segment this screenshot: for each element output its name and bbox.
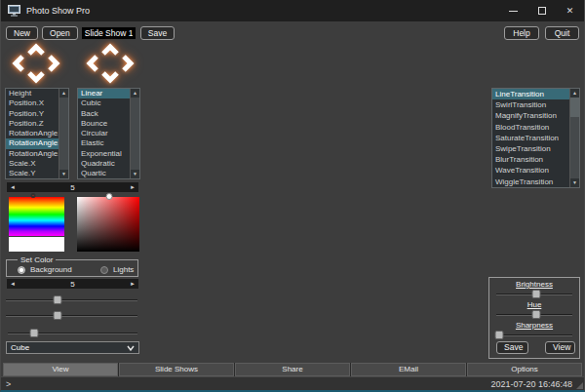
chevron-down-icon	[127, 345, 135, 351]
easing-list-item[interactable]: Bounce	[78, 119, 130, 129]
tab[interactable]: View	[3, 363, 118, 376]
shape-dropdown-value: Cube	[11, 343, 29, 352]
brightness-slider[interactable]	[496, 290, 572, 298]
hue-slider[interactable]	[496, 310, 572, 319]
property-list-item[interactable]: RotationAngle.Z	[6, 149, 58, 159]
speed-scrollbar-bottom[interactable]: ◄ 5 ►	[6, 278, 139, 290]
easing-listbox[interactable]: LinearCubicBackBounceCircularElasticExpo…	[77, 88, 140, 179]
slider-handle[interactable]	[29, 329, 38, 337]
status-prompt: >	[6, 379, 11, 389]
transition-list-item[interactable]: LineTransition	[492, 89, 569, 99]
close-icon: ✕	[566, 7, 574, 16]
light-pan-pad[interactable]	[86, 43, 135, 84]
properties-scrollbar[interactable]: ▲ ▼	[58, 89, 68, 178]
panel-view-button[interactable]: View	[545, 341, 575, 354]
scroll-left-icon[interactable]: ◄	[7, 184, 19, 190]
bottom-tabbar: ViewSlide ShowsShareEMailOptions	[3, 363, 582, 376]
radio-background[interactable]: Background	[18, 265, 72, 274]
property-list-item[interactable]: Scale.X	[6, 159, 58, 169]
property-list-item[interactable]: Scale.Y	[6, 169, 58, 178]
tab[interactable]: Slide Shows	[119, 363, 234, 376]
close-button[interactable]: ✕	[556, 0, 584, 21]
minimize-button[interactable]	[499, 0, 527, 21]
scroll-up-icon[interactable]: ▲	[570, 89, 579, 98]
property-list-item[interactable]: RotationAngle.X	[6, 129, 58, 138]
easing-list-item[interactable]: Quadratic	[78, 159, 130, 169]
speed-value-top: 5	[19, 183, 127, 192]
scroll-right-icon[interactable]: ►	[127, 281, 138, 287]
help-button[interactable]: Help	[504, 26, 539, 40]
property-list-item[interactable]: Position.Y	[6, 109, 58, 119]
property-list-item[interactable]: Position.X	[6, 98, 58, 108]
arrow-left-icon[interactable]	[90, 57, 97, 70]
transition-list-item[interactable]: BlurTransition	[492, 154, 569, 165]
shape-dropdown[interactable]: Cube	[6, 341, 139, 354]
scroll-right-icon[interactable]: ►	[127, 184, 138, 190]
resize-grip-icon[interactable]	[576, 382, 583, 389]
arrow-down-icon[interactable]	[29, 73, 43, 80]
slider-handle[interactable]	[495, 331, 504, 339]
tab[interactable]: Share	[235, 363, 350, 376]
transition-list-item[interactable]: WaveTransition	[492, 165, 569, 176]
sharpness-slider[interactable]	[496, 331, 572, 339]
adjust-slider-1[interactable]	[6, 295, 137, 304]
easing-list-item[interactable]: Back	[78, 109, 130, 119]
adjust-slider-2[interactable]	[6, 311, 137, 320]
slider-handle[interactable]	[53, 295, 61, 304]
easing-list-item[interactable]: Circular	[78, 129, 130, 138]
hue-handle[interactable]	[31, 193, 36, 198]
maximize-icon	[538, 7, 546, 15]
scroll-down-icon[interactable]: ▼	[570, 178, 579, 187]
panel-save-button[interactable]: Save	[496, 341, 528, 354]
arrow-right-icon[interactable]	[124, 57, 131, 70]
property-list-item[interactable]: Height	[6, 89, 58, 98]
camera-pan-pad[interactable]	[12, 43, 60, 84]
arrow-up-icon[interactable]	[103, 47, 117, 54]
easing-list-item[interactable]: Cubic	[78, 98, 130, 108]
transition-list-item[interactable]: BloodTransition	[492, 122, 569, 133]
easing-list-item[interactable]: Exponential	[78, 149, 130, 159]
slider-handle[interactable]	[53, 311, 61, 320]
saturation-handle[interactable]	[106, 193, 113, 200]
open-button[interactable]: Open	[42, 26, 78, 40]
transitions-scrollbar[interactable]: ▲ ▼	[569, 89, 579, 187]
easing-list-item[interactable]: Quartic	[78, 169, 130, 178]
transitions-listbox[interactable]: LineTransitionSwirlTransitionMagnifyTran…	[491, 88, 580, 188]
arrow-down-icon[interactable]	[103, 73, 117, 80]
transition-list-item[interactable]: SaturateTransition	[492, 133, 569, 143]
property-list-item[interactable]: Position.Z	[6, 119, 58, 129]
transition-list-item[interactable]: WiggleTransition	[492, 176, 569, 187]
tab[interactable]: EMail	[351, 363, 466, 376]
titlebar[interactable]: Photo Show Pro ✕	[1, 0, 584, 21]
radio-lights[interactable]: Lights	[100, 265, 134, 274]
scroll-left-icon[interactable]: ◄	[7, 281, 19, 287]
arrow-right-icon[interactable]	[50, 57, 57, 70]
adjust-slider-3[interactable]	[8, 329, 137, 337]
slideshow-name-input[interactable]	[81, 26, 136, 40]
tab[interactable]: Options	[467, 363, 582, 376]
speed-scrollbar-top[interactable]: ◄ 5 ►	[6, 181, 139, 193]
transition-list-item[interactable]: SwirlTransition	[492, 99, 569, 110]
scroll-down-icon[interactable]: ▼	[59, 170, 68, 178]
scroll-down-icon[interactable]: ▼	[131, 170, 139, 178]
scrollbar-thumb[interactable]	[570, 98, 579, 117]
easing-scrollbar[interactable]: ▲ ▼	[130, 89, 139, 178]
properties-listbox[interactable]: HeightPosition.XPosition.YPosition.ZRota…	[5, 88, 69, 179]
saturation-value-picker[interactable]	[77, 197, 139, 252]
quit-button[interactable]: Quit	[545, 26, 579, 40]
property-list-item[interactable]: RotationAngle.Y	[6, 138, 58, 148]
scroll-up-icon[interactable]: ▲	[131, 89, 139, 98]
maximize-button[interactable]	[527, 0, 556, 21]
slider-handle[interactable]	[531, 310, 540, 319]
save-button[interactable]: Save	[140, 26, 175, 40]
arrow-up-icon[interactable]	[29, 47, 43, 54]
slider-handle[interactable]	[531, 290, 540, 298]
new-button[interactable]: New	[6, 26, 38, 40]
hue-gradient-picker[interactable]	[9, 197, 64, 236]
easing-list-item[interactable]: Elastic	[78, 138, 130, 148]
transition-list-item[interactable]: SwipeTransition	[492, 143, 569, 154]
easing-list-item[interactable]: Linear	[78, 89, 130, 98]
scroll-up-icon[interactable]: ▲	[59, 89, 68, 98]
transition-list-item[interactable]: MagnifyTransition	[492, 110, 569, 121]
arrow-left-icon[interactable]	[16, 57, 22, 70]
